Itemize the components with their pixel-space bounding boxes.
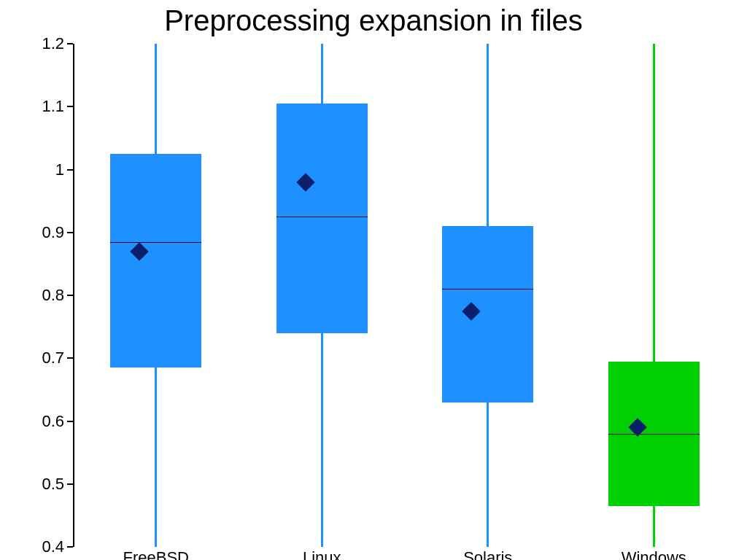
- x-tick-label: Solaris: [463, 548, 512, 560]
- chart-title: Preprocessing expansion in files: [0, 4, 747, 37]
- x-tick-label: Windows: [622, 548, 686, 560]
- y-tick-label: 1.2: [42, 34, 73, 53]
- y-tick-label: 0.5: [42, 475, 73, 494]
- y-axis: [73, 44, 74, 547]
- median-line: [608, 434, 700, 435]
- y-tick-label: 0.4: [42, 537, 73, 556]
- y-tick-label: 1.1: [42, 97, 73, 116]
- y-tick-label: 0.9: [42, 223, 73, 242]
- y-tick-label: 0.8: [42, 286, 73, 305]
- median-line: [442, 289, 533, 289]
- y-tick-label: 0.7: [42, 349, 73, 368]
- chart-container: Preprocessing expansion in files 0.40.50…: [0, 0, 747, 560]
- box: [110, 154, 201, 368]
- median-line: [110, 242, 201, 243]
- box: [442, 226, 533, 402]
- y-tick-label: 0.6: [42, 412, 73, 431]
- plot-area: 0.40.50.60.70.80.911.11.2FreeBSDLinuxSol…: [73, 44, 737, 547]
- median-line: [276, 217, 368, 217]
- x-tick-label: Linux: [303, 548, 341, 560]
- y-tick-label: 1: [55, 160, 73, 179]
- x-tick-label: FreeBSD: [123, 548, 189, 560]
- box: [276, 104, 368, 333]
